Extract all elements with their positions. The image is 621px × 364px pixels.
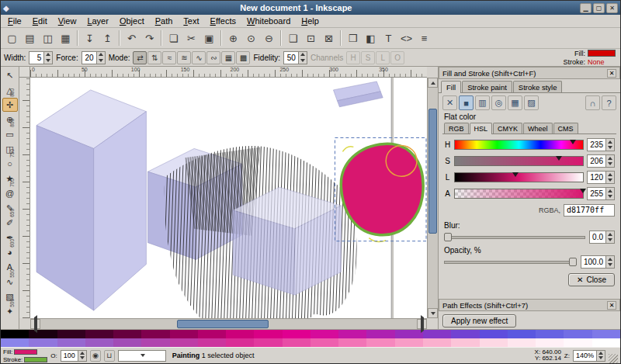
- palette-swatch[interactable]: [536, 330, 564, 338]
- cs-tab-cmyk[interactable]: CMYK: [493, 123, 522, 133]
- spin-up-button[interactable]: [299, 52, 307, 58]
- slider-marker[interactable]: [512, 172, 519, 177]
- palette-swatch[interactable]: [480, 330, 508, 338]
- opacity-slider[interactable]: [444, 257, 577, 267]
- zoom-selection-button[interactable]: ⊕: [224, 29, 242, 47]
- channel-s-button[interactable]: S: [361, 51, 375, 64]
- palette-swatch[interactable]: [395, 338, 423, 347]
- tweak-mode-scale[interactable]: ≋: [177, 51, 191, 64]
- rgba-input[interactable]: d81770ff: [564, 204, 615, 217]
- zoom-page-button[interactable]: ⊖: [260, 29, 278, 47]
- zoom-spinner[interactable]: 140%: [573, 350, 605, 362]
- palette-swatch[interactable]: [198, 338, 226, 347]
- align-dialog-button[interactable]: ≡: [415, 29, 433, 47]
- palette-swatch[interactable]: [508, 338, 536, 347]
- spin-down-button[interactable]: [606, 262, 614, 269]
- fill-stroke-close-button[interactable]: ✕: [607, 69, 616, 78]
- spin-up-button[interactable]: [606, 256, 614, 262]
- import-button[interactable]: ↧: [81, 29, 99, 47]
- vertical-scroll-thumb[interactable]: [428, 109, 437, 234]
- xml-editor-button[interactable]: <>: [397, 29, 415, 47]
- tweak-mode-paint[interactable]: ▦: [221, 51, 235, 64]
- spin-down-button[interactable]: [299, 57, 307, 64]
- copy-button[interactable]: ❏: [165, 29, 182, 47]
- palette-swatch[interactable]: [592, 338, 620, 347]
- tweak-mode-jitter[interactable]: ≈: [162, 51, 176, 64]
- master-opacity-spinner[interactable]: 100: [61, 350, 87, 362]
- palette-swatch[interactable]: [254, 330, 282, 338]
- spin-down-button[interactable]: [606, 161, 614, 168]
- palette-swatch[interactable]: [366, 330, 394, 338]
- vertical-ruler[interactable]: 850800750700650600550500: [19, 78, 30, 318]
- apply-new-effect-button[interactable]: Apply new effect: [442, 314, 516, 328]
- hue-spinner[interactable]: 235: [587, 138, 615, 151]
- paint-swatch-button[interactable]: ▨: [524, 95, 539, 110]
- pink-blob-shape[interactable]: [341, 144, 423, 234]
- lightness-slider[interactable]: [454, 172, 584, 182]
- palette-swatch[interactable]: [254, 338, 282, 347]
- spin-up-button[interactable]: [97, 52, 105, 58]
- menu-effects[interactable]: Effects: [205, 16, 241, 26]
- opacity-spinner[interactable]: 100.0: [581, 255, 615, 269]
- layer-lock-toggle[interactable]: ⊔: [104, 350, 115, 362]
- box3d-left[interactable]: [36, 90, 146, 310]
- tweak-mode-blur[interactable]: ▩: [236, 51, 250, 64]
- fill-swatch[interactable]: [14, 349, 37, 355]
- palette-swatch[interactable]: [226, 338, 254, 347]
- spin-down-button[interactable]: [606, 237, 614, 244]
- palette-swatch[interactable]: [113, 330, 141, 338]
- duplicate-button[interactable]: ❑: [284, 29, 302, 47]
- paint-flat-button[interactable]: ■: [459, 95, 474, 110]
- paste-button[interactable]: ▣: [200, 29, 218, 47]
- saturation-spinner[interactable]: 206: [587, 154, 615, 168]
- path-effects-header[interactable]: Path Effects (Shift+Ctrl+7) ✕: [439, 299, 620, 311]
- palette-swatch[interactable]: [536, 338, 564, 347]
- spin-down-button[interactable]: [606, 145, 614, 151]
- menu-whiteboard[interactable]: Whiteboard: [241, 16, 296, 26]
- palette-swatch[interactable]: [480, 338, 508, 347]
- menu-text[interactable]: Text: [178, 16, 204, 26]
- spin-down-button[interactable]: [78, 355, 86, 361]
- spin-up-button[interactable]: [606, 188, 614, 194]
- palette-swatch[interactable]: [29, 338, 57, 347]
- rectangle-tool[interactable]: ▭: [2, 127, 18, 141]
- canvas[interactable]: [30, 78, 427, 318]
- fill-stroke-dialog-button[interactable]: ◧: [362, 29, 380, 47]
- palette-swatch[interactable]: [395, 330, 423, 338]
- scroll-down-button[interactable]: [428, 308, 438, 318]
- menu-file[interactable]: File: [2, 16, 27, 26]
- maximize-button[interactable]: ▢: [593, 3, 605, 13]
- unset-paint-button[interactable]: ∩: [585, 95, 600, 110]
- menu-edit[interactable]: Edit: [27, 16, 53, 26]
- menu-help[interactable]: Help: [296, 16, 324, 26]
- width-spinner[interactable]: 5: [29, 51, 53, 64]
- palette-swatch[interactable]: [310, 338, 338, 347]
- horizontal-ruler[interactable]: 050100150200250300350: [30, 67, 427, 78]
- spin-up-button[interactable]: [44, 52, 52, 58]
- saturation-slider[interactable]: [454, 156, 584, 166]
- close-button[interactable]: ✕: [606, 3, 618, 13]
- save-document-button[interactable]: ◫: [39, 29, 57, 47]
- palette-swatch[interactable]: [564, 338, 592, 347]
- palette-swatch[interactable]: [592, 330, 620, 338]
- spin-up-button[interactable]: [606, 139, 614, 145]
- group-button[interactable]: ❒: [344, 29, 362, 47]
- cs-tab-cms[interactable]: CMS: [553, 123, 578, 133]
- palette-swatch[interactable]: [338, 338, 366, 347]
- fill-swatch[interactable]: [588, 50, 616, 57]
- scroll-right-button[interactable]: [417, 319, 427, 329]
- paint-linear-gradient-button[interactable]: ▥: [475, 95, 490, 110]
- palette-swatch[interactable]: [283, 330, 310, 338]
- blur-slider[interactable]: [444, 232, 585, 242]
- menu-path[interactable]: Path: [150, 16, 179, 26]
- slider-handle[interactable]: [569, 258, 577, 266]
- tab-stroke-paint[interactable]: Stroke paint: [462, 81, 512, 92]
- scroll-up-button[interactable]: [428, 78, 438, 88]
- alpha-spinner[interactable]: 255: [587, 187, 615, 200]
- print-button[interactable]: ▦: [57, 29, 75, 47]
- palette-swatch[interactable]: [141, 330, 169, 338]
- spin-down-button[interactable]: [606, 194, 614, 200]
- spin-up-button[interactable]: [606, 155, 614, 161]
- tab-fill[interactable]: Fill: [441, 81, 461, 93]
- slider-marker[interactable]: [570, 140, 576, 144]
